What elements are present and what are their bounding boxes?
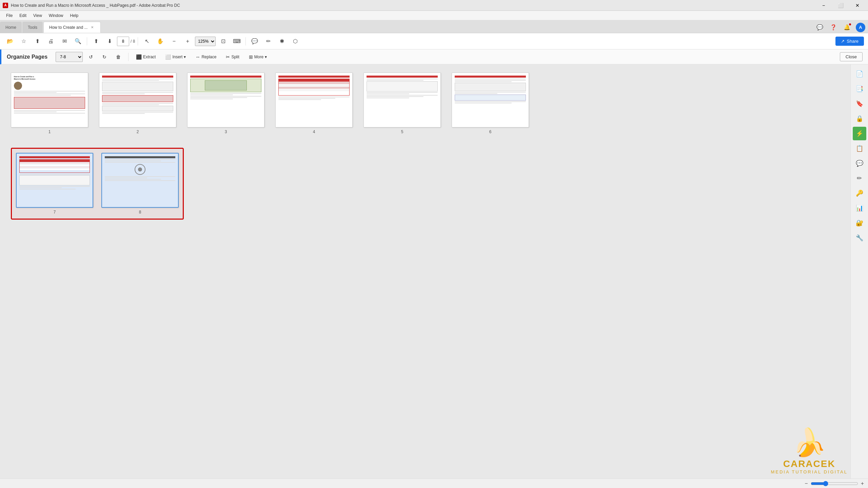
replace-icon: ↔ [195,54,200,60]
avatar[interactable]: A [856,23,865,32]
thumbnails-area: How to Create and Run aMacro in Microsof… [0,64,850,479]
page-thumbnail-1[interactable]: How to Create and Run aMacro in Microsof… [11,73,88,134]
notification-icon[interactable]: 🔔 [842,23,852,32]
tab-close-button[interactable]: ✕ [90,25,95,30]
sidebar-protect-icon[interactable]: 🔒 [853,112,866,125]
extract-button[interactable]: ⬛ Extract [133,53,159,61]
app-icon: A [3,3,8,8]
sidebar-sign-icon[interactable]: ✏ [853,171,866,185]
hand-tool-button[interactable]: ✋ [154,35,166,47]
window-controls: − ⬜ ✕ [816,0,865,11]
status-bar: − + [0,479,868,488]
tab-document[interactable]: How to Create and ... ✕ [43,22,101,33]
menu-edit[interactable]: Edit [16,12,30,19]
zoom-slider[interactable] [811,481,858,486]
share-icon: ↗ [841,39,845,44]
page-thumbnail-3[interactable]: 3 [187,73,264,134]
page-5-label: 5 [401,129,403,134]
sidebar-security-icon[interactable]: 🔐 [853,216,866,230]
sidebar-redact-icon[interactable]: 🔑 [853,186,866,200]
main-content: How to Create and Run aMacro in Microsof… [0,64,868,479]
zoom-out-status-button[interactable]: − [805,481,808,487]
toolbar-separator-3 [245,37,246,45]
open-file-button[interactable]: 📂 [4,35,16,47]
comment-button[interactable]: 💬 [249,35,261,47]
page-thumbnail-5[interactable]: 5 [363,73,441,134]
page-8-label: 8 [139,210,141,215]
page-6-preview [452,73,529,127]
notification-dot [849,23,851,25]
menu-bar: File Edit View Window Help [0,11,868,20]
page-thumbnail-8[interactable]: 8 [101,153,179,215]
page-1-preview: How to Create and Run aMacro in Microsof… [11,73,88,127]
stamp-button[interactable]: ⬡ [289,35,301,47]
split-icon: ✂ [226,54,230,60]
sidebar-forms-icon[interactable]: 📋 [853,142,866,155]
insert-dropdown-icon: ▾ [184,55,186,59]
title-bar: A How to Create and Run a Macro in Micro… [0,0,868,11]
rotate-ccw-button[interactable]: ↺ [85,53,96,61]
menu-file[interactable]: File [3,12,16,19]
sidebar-export-icon[interactable]: 📑 [853,82,866,96]
pen-button[interactable]: ✏ [262,35,274,47]
tab-home[interactable]: Home [0,22,22,33]
menu-window[interactable]: Window [45,12,67,19]
page-thumbnail-6[interactable]: 6 [452,73,529,134]
organize-title: Organize Pages [7,54,47,60]
page-7-preview [16,153,93,208]
more-button[interactable]: ⊞ More ▾ [245,53,270,61]
cursor-tool-button[interactable]: ↖ [141,35,153,47]
search-button[interactable]: 🔍 [72,35,84,47]
close-organize-button[interactable]: Close [840,52,863,61]
page-3-label: 3 [225,129,227,134]
page-thumbnail-2[interactable]: 2 [99,73,176,134]
split-button[interactable]: ✂ Split [222,53,242,61]
toolbar-separator-2 [138,37,138,45]
minimize-button[interactable]: − [816,0,831,11]
sidebar-comment-icon[interactable]: 💬 [853,157,866,170]
window-title: How to Create and Run a Macro in Microso… [11,3,180,8]
page-3-preview [187,73,264,127]
page-number-input[interactable]: 8 [117,37,129,46]
page-thumbnail-4[interactable]: 4 [275,73,353,134]
zoom-out-button[interactable]: − [168,35,180,47]
tab-tools[interactable]: Tools [22,22,43,33]
sidebar-pages-icon[interactable]: 🔖 [853,97,866,110]
share-button[interactable]: ↗ Share [835,37,864,46]
replace-button[interactable]: ↔ Replace [192,53,220,61]
close-button[interactable]: ✕ [850,0,865,11]
email-button[interactable]: ✉ [58,35,71,47]
highlight-button[interactable]: ✱ [276,35,288,47]
sidebar-measure-icon[interactable]: 📊 [853,201,866,215]
rotate-cw-icon: ↻ [102,54,106,60]
insert-button[interactable]: ⬜ Insert ▾ [162,53,189,61]
menu-view[interactable]: View [30,12,45,19]
page-8-preview [101,153,179,208]
main-toolbar: 📂 ☆ ⬆ 🖨 ✉ 🔍 ⬆ ⬇ 8 / 8 ↖ ✋ − + 125% 100% … [0,33,868,49]
menu-help[interactable]: Help [67,12,82,19]
bookmark-button[interactable]: ☆ [18,35,30,47]
chat-icon[interactable]: 💬 [815,23,825,32]
sidebar-tools-icon[interactable]: 🔧 [853,231,866,245]
next-page-button[interactable]: ⬇ [103,35,116,47]
zoom-in-button[interactable]: + [181,35,194,47]
fit-page-button[interactable]: ⊡ [217,35,229,47]
restore-button[interactable]: ⬜ [833,0,848,11]
help-icon[interactable]: ❓ [829,23,838,32]
zoom-select[interactable]: 125% 100% 75% 150% 200% [195,37,216,46]
prev-page-button[interactable]: ⬆ [90,35,102,47]
page-range-select[interactable]: 7-8 1-8 All [56,52,83,62]
print-button[interactable]: 🖨 [45,35,57,47]
tab-bar: Home Tools How to Create and ... ✕ 💬 ❓ 🔔… [0,20,868,33]
snapshot-button[interactable]: ⌨ [231,35,243,47]
page-2-preview [99,73,176,127]
more-icon: ⊞ [249,54,253,60]
sidebar-organize-icon[interactable]: ⚡ [853,127,866,140]
upload-button[interactable]: ⬆ [31,35,43,47]
rotate-cw-button[interactable]: ↻ [99,53,110,61]
zoom-in-status-button[interactable]: + [861,481,864,487]
delete-button[interactable]: 🗑 [113,53,124,61]
page-total-label: / 8 [131,39,135,44]
page-thumbnail-7[interactable]: 7 [16,153,93,215]
sidebar-pdf-icon[interactable]: 📄 [853,67,866,81]
